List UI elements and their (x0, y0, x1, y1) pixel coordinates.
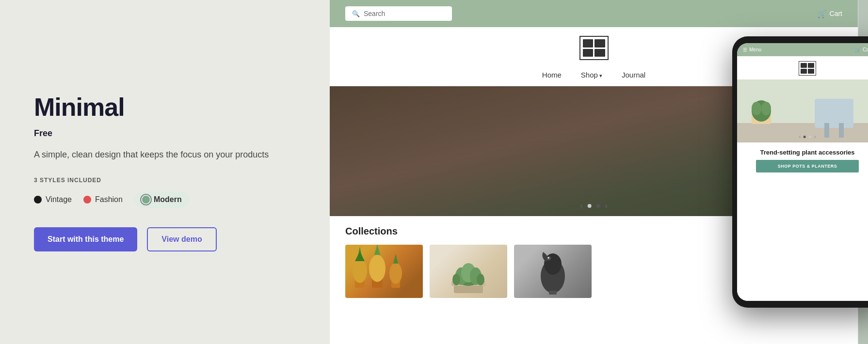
mobile-shop-button[interactable]: SHOP POTS & PLANTERS (756, 160, 859, 172)
hero-prev-arrow[interactable]: ‹ (580, 202, 582, 210)
svg-point-16 (452, 274, 460, 285)
mobile-screen: ☰ Menu 🛒 Cart (737, 43, 868, 301)
style-option-vintage[interactable]: Vintage (34, 195, 72, 204)
mobile-next-arrow[interactable]: › (814, 134, 816, 140)
mobile-menu-label: Menu (749, 47, 761, 52)
mobile-cart-label: Cart (863, 47, 868, 52)
hero-dot-1 (588, 204, 592, 208)
modern-dot (142, 196, 150, 203)
nav-item-shop[interactable]: Shop (581, 71, 602, 79)
theme-price: Free (34, 128, 296, 139)
m-dot-2 (809, 136, 811, 138)
vintage-dot (34, 196, 42, 203)
theme-title: Minimal (34, 93, 296, 122)
svg-point-27 (752, 102, 761, 115)
svg-point-28 (761, 102, 771, 115)
m-logo-dot-2 (808, 63, 814, 68)
svg-rect-31 (839, 123, 844, 138)
logo-dot-3 (583, 49, 594, 57)
m-logo-dot-4 (808, 69, 814, 74)
store-topbar: 🔍 Search 🛒 Cart (330, 0, 858, 27)
mobile-content-title: Trend-setting plant accessories (743, 148, 868, 157)
svg-point-7 (369, 255, 386, 282)
mobile-prev-arrow[interactable]: ‹ (799, 134, 801, 140)
fashion-dot (83, 196, 91, 203)
search-icon: 🔍 (352, 10, 360, 17)
collection-card-succulents[interactable] (430, 245, 507, 298)
store-logo (579, 36, 609, 60)
style-option-fashion[interactable]: Fashion (83, 195, 123, 204)
hamburger-icon: ☰ (743, 47, 747, 52)
svg-point-17 (477, 274, 484, 285)
svg-rect-29 (815, 99, 853, 128)
view-demo-button[interactable]: View demo (147, 227, 216, 251)
buttons-row: Start with this theme View demo (34, 227, 296, 251)
search-input-text: Search (364, 10, 385, 17)
logo-dot-2 (595, 39, 605, 47)
m-dot-1 (804, 136, 806, 138)
mobile-hero: ‹ › (737, 79, 868, 142)
theme-description: A simple, clean design that keeps the fo… (34, 148, 296, 162)
collection-card-bird[interactable] (514, 245, 592, 298)
mobile-carousel-dots: ‹ › (799, 134, 816, 140)
mobile-preview: ☰ Menu 🛒 Cart (732, 36, 868, 308)
logo-dot-4 (595, 49, 605, 57)
mobile-hero-image (737, 79, 868, 142)
styles-label: 3 STYLES INCLUDED (34, 177, 296, 184)
mobile-menu-button[interactable]: ☰ Menu (743, 47, 761, 52)
svg-rect-30 (824, 123, 829, 138)
m-logo-dot-3 (801, 69, 807, 74)
style-option-modern[interactable]: Modern (134, 191, 190, 208)
fashion-label: Fashion (95, 195, 123, 204)
m-logo-dot-1 (801, 63, 807, 68)
styles-row: Vintage Fashion Modern (34, 191, 296, 208)
collection-card-pineapples[interactable] (345, 245, 423, 298)
search-bar[interactable]: 🔍 Search (345, 6, 452, 21)
start-theme-button[interactable]: Start with this theme (34, 227, 137, 251)
mobile-logo (799, 61, 816, 76)
mobile-device: ☰ Menu 🛒 Cart (732, 36, 868, 308)
right-panel: 🔍 Search 🛒 Cart Home Shop Journal (330, 0, 868, 344)
svg-point-5 (353, 259, 367, 283)
mobile-cart-icon: 🛒 (855, 47, 861, 52)
cart-icon: 🛒 (817, 9, 827, 18)
cart-link[interactable]: 🛒 Cart (817, 9, 842, 18)
left-panel: Minimal Free A simple, clean design that… (0, 0, 330, 344)
logo-dot-1 (583, 39, 594, 47)
cart-label: Cart (830, 10, 842, 17)
vintage-label: Vintage (46, 195, 72, 204)
hero-next-arrow[interactable]: › (605, 202, 608, 210)
svg-point-21 (548, 257, 549, 259)
nav-item-home[interactable]: Home (542, 71, 562, 79)
mobile-content: Trend-setting plant accessories SHOP POT… (737, 142, 868, 301)
hero-carousel-dots: ‹ › (580, 202, 608, 210)
svg-point-9 (389, 263, 402, 284)
hero-dot-2 (596, 204, 600, 208)
mobile-cart-button[interactable]: 🛒 Cart (855, 47, 868, 52)
mobile-logo-area (737, 56, 868, 79)
modern-label: Modern (154, 195, 182, 204)
svg-rect-22 (549, 291, 557, 295)
nav-item-journal[interactable]: Journal (622, 71, 645, 79)
mobile-topbar: ☰ Menu 🛒 Cart (737, 43, 868, 56)
